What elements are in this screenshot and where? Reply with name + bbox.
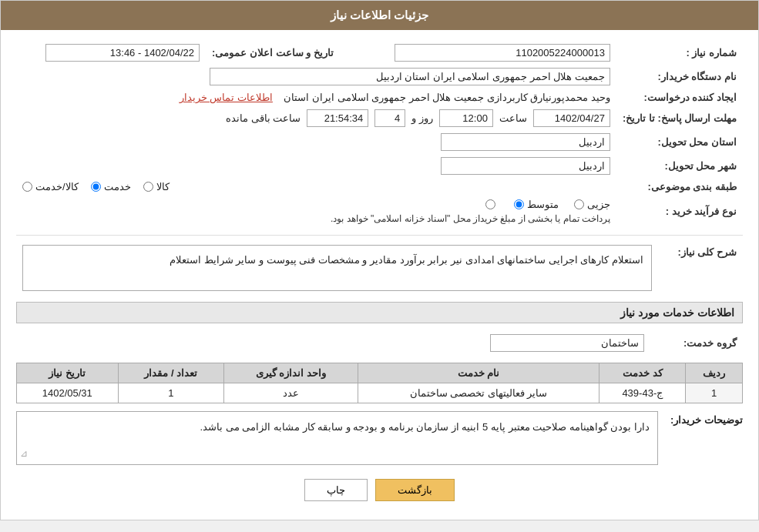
deadline-date-box: 1402/04/27 (533, 109, 610, 127)
buyer-desc-text: دارا بودن گواهینامه صلاحیت معتبر پایه 5 … (200, 421, 650, 433)
print-button[interactable]: چاپ (304, 479, 368, 501)
service-section: گروه خدمت: ساختمان ردیف کد خدمت نام خدمت… (16, 331, 743, 403)
info-table: شماره نیاز : 1102005224000013 تاریخ و سا… (16, 41, 743, 227)
radio-kala-khedmat[interactable]: کالا/خدمت (22, 181, 79, 192)
city-value: اردبیل (16, 154, 616, 178)
description-cell: استعلام کارهای اجرایی ساختمانهای امدادی … (16, 242, 658, 294)
service-group-table: گروه خدمت: ساختمان (16, 331, 743, 355)
back-button[interactable]: بازگشت (375, 479, 455, 501)
contact-link[interactable]: اطلاعات تماس خریدار (180, 92, 273, 103)
date-box: 1402/04/22 - 13:46 (45, 44, 200, 62)
page-header: جزئیات اطلاعات نیاز (1, 1, 758, 30)
buyer-org-value: جمعیت هلال احمر جمهوری اسلامی ایران استا… (16, 65, 616, 89)
col-row: ردیف (686, 363, 743, 383)
category-row: کالا/خدمت خدمت کالا (16, 178, 616, 196)
service-group-value: ساختمان (16, 331, 650, 355)
process-label: نوع فرآیند خرید : (616, 196, 743, 227)
service-table-header-row: ردیف کد خدمت نام خدمت واحد اندازه گیری ت… (17, 363, 743, 383)
buyer-desc-section: توضیحات خریدار: دارا بودن گواهینامه صلاح… (16, 411, 743, 465)
radio-process-motavasset[interactable]: متوسط (514, 199, 559, 210)
table-row: 1ج-43-439سایر فعالیتهای تخصصی ساختمانعدد… (17, 383, 743, 403)
province-label: استان محل تحویل: (616, 130, 743, 154)
col-qty: تعداد / مقدار (118, 363, 224, 383)
col-date: تاریخ نیاز (17, 363, 119, 383)
radio-process-jozi-input[interactable] (574, 199, 584, 209)
table-cell-0-0: 1 (686, 383, 743, 403)
province-value: اردبیل (16, 130, 616, 154)
buyer-desc-label: توضیحات خریدار: (666, 414, 743, 426)
need-number-value: 1102005224000013 (357, 41, 616, 65)
table-cell-0-5: 1402/05/31 (17, 383, 119, 403)
service-group-label: گروه خدمت: (650, 331, 743, 355)
col-name: نام خدمت (358, 363, 599, 383)
deadline-remaining-label: ساعت باقی مانده (226, 112, 301, 124)
col-code: کد خدمت (599, 363, 686, 383)
buyer-desc-box: دارا بودن گواهینامه صلاحیت معتبر پایه 5 … (16, 411, 658, 465)
service-table: ردیف کد خدمت نام خدمت واحد اندازه گیری ت… (16, 363, 743, 403)
description-table: شرح کلی نیاز: استعلام کارهای اجرایی ساخت… (16, 242, 743, 294)
deadline-label: مهلت ارسال پاسخ: تا تاریخ: (616, 106, 743, 130)
city-label: شهر محل تحویل: (616, 154, 743, 178)
table-cell-0-1: ج-43-439 (599, 383, 686, 403)
deadline-days-label: روز و (411, 112, 433, 124)
buyer-org-label: نام دستگاه خریدار: (616, 65, 743, 89)
table-cell-0-2: سایر فعالیتهای تخصصی ساختمان (358, 383, 599, 403)
creator-value: وحید محمدپورنیارق کاربردازی جمعیت هلال ا… (16, 89, 616, 106)
deadline-time-box: 12:00 (439, 109, 493, 127)
need-number-box: 1102005224000013 (395, 44, 610, 62)
radio-khedmat[interactable]: خدمت (91, 181, 131, 192)
category-label: طبقه بندی موضوعی: (616, 178, 743, 196)
service-info-header: اطلاعات خدمات مورد نیاز (16, 302, 743, 323)
radio-process-empty-input[interactable] (485, 199, 495, 209)
deadline-days-box: 4 (374, 109, 405, 127)
resize-handle: ⊿ (20, 446, 28, 463)
radio-process-motavasset-input[interactable] (514, 199, 524, 209)
radio-khedmat-label: خدمت (104, 181, 131, 192)
table-cell-0-4: 1 (118, 383, 224, 403)
date-value: 1402/04/22 - 13:46 (16, 41, 206, 65)
creator-label: ایجاد کننده درخواست: (616, 89, 743, 106)
deadline-remaining-box: 21:54:34 (307, 109, 368, 127)
service-group-box: ساختمان (490, 334, 644, 352)
city-box: اردبیل (441, 157, 610, 175)
radio-kala-khedmat-input[interactable] (22, 182, 32, 192)
description-box: استعلام کارهای اجرایی ساختمانهای امدادی … (22, 245, 652, 291)
radio-kala[interactable]: کالا (143, 181, 170, 192)
deadline-row: 1402/04/27 ساعت 12:00 روز و 4 21:54:34 س… (16, 106, 616, 130)
radio-khedmat-input[interactable] (91, 182, 101, 192)
radio-process-jozi-label: جزیی (587, 199, 610, 210)
description-label: شرح کلی نیاز: (658, 242, 743, 294)
province-box: اردبیل (441, 133, 610, 151)
radio-kala-label: کالا (156, 181, 170, 192)
process-row: متوسط جزیی پرداخت تمام یا بخشی از مبلغ خ… (16, 196, 616, 227)
radio-process-motavasset-label: متوسط (527, 199, 559, 210)
table-cell-0-3: عدد (224, 383, 358, 403)
radio-process-jozi[interactable]: جزیی (574, 199, 610, 210)
buyer-org-box: جمعیت هلال احمر جمهوری اسلامی ایران استا… (210, 68, 610, 85)
col-unit: واحد اندازه گیری (224, 363, 358, 383)
creator-text: وحید محمدپورنیارق کاربردازی جمعیت هلال ا… (284, 92, 610, 103)
process-note: پرداخت تمام یا بخشی از مبلغ خریداز محل "… (22, 213, 610, 224)
radio-kala-input[interactable] (143, 182, 153, 192)
deadline-time-label: ساعت (499, 112, 527, 124)
buttons-row: بازگشت چاپ (16, 479, 743, 501)
radio-kala-khedmat-label: کالا/خدمت (35, 181, 79, 192)
radio-process-empty[interactable] (485, 199, 499, 209)
need-number-label: شماره نیاز : (616, 41, 743, 65)
date-label: تاریخ و ساعت اعلان عمومی: (206, 41, 357, 65)
